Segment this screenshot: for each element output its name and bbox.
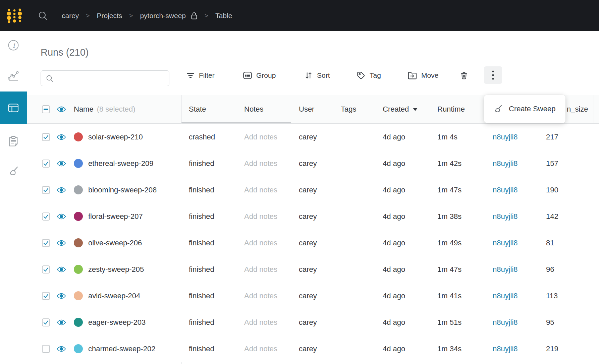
filter-button[interactable]: Filter (186, 67, 215, 84)
row-checkbox[interactable] (42, 239, 50, 247)
row-visibility-eye-icon[interactable] (57, 256, 66, 283)
sidebar-item-overview[interactable]: i (0, 37, 27, 54)
row-checkbox-cell (42, 256, 50, 283)
sidebar-item-sweeps[interactable] (0, 163, 27, 180)
row-visibility-eye-icon[interactable] (57, 230, 66, 256)
run-name[interactable]: floral-sweep-207 (88, 212, 143, 221)
run-color-dot (74, 318, 83, 327)
row-checkbox-cell (42, 309, 50, 336)
breadcrumb-user[interactable]: carey (62, 12, 79, 20)
run-name[interactable]: olive-sweep-206 (88, 239, 142, 247)
run-notes-placeholder[interactable]: Add notes (244, 124, 277, 150)
delete-button[interactable] (459, 67, 469, 84)
created-header-label: Created (383, 105, 409, 114)
move-button[interactable]: Move (407, 67, 438, 84)
run-name[interactable]: ethereal-sweep-209 (88, 159, 153, 168)
breadcrumb-projects[interactable]: Projects (97, 12, 122, 20)
search-icon[interactable] (38, 10, 48, 21)
run-size-value: 95 (546, 309, 554, 336)
column-header-runtime[interactable]: Runtime (437, 95, 465, 123)
group-button[interactable]: Group (243, 67, 276, 84)
run-name-cell[interactable]: solar-sweep-210 (74, 124, 143, 150)
run-sweep-link[interactable]: n8uyjli8 (493, 309, 518, 336)
breadcrumb-project-name[interactable]: pytorch-sweep (140, 12, 186, 20)
run-name[interactable]: zesty-sweep-205 (88, 265, 144, 274)
row-checkbox[interactable] (42, 265, 50, 274)
breadcrumb-page[interactable]: Table (215, 12, 232, 20)
row-visibility-eye-icon[interactable] (57, 336, 66, 362)
row-checkbox[interactable] (42, 345, 50, 353)
tag-label: Tag (370, 71, 381, 79)
run-state: finished (189, 283, 214, 309)
column-header-user[interactable]: User (299, 95, 314, 123)
column-header-notes[interactable]: Notes (244, 95, 263, 123)
column-header-tags[interactable]: Tags (341, 95, 356, 123)
toggle-all-visibility-eye-icon[interactable] (57, 95, 66, 123)
row-checkbox[interactable] (42, 133, 50, 141)
run-notes-placeholder[interactable]: Add notes (244, 256, 277, 283)
row-checkbox-cell (42, 283, 50, 309)
run-name-cell[interactable]: blooming-sweep-208 (74, 177, 157, 203)
column-header-name[interactable]: Name (8 selected) (74, 95, 135, 123)
run-name-cell[interactable]: avid-sweep-204 (74, 283, 140, 309)
run-sweep-link[interactable]: n8uyjli8 (493, 177, 518, 203)
row-checkbox[interactable] (42, 186, 50, 194)
row-visibility-eye-icon[interactable] (57, 283, 66, 309)
sidebar-item-table[interactable] (0, 92, 27, 124)
run-notes-placeholder[interactable]: Add notes (244, 150, 277, 177)
wandb-logo[interactable] (6, 7, 23, 24)
row-checkbox[interactable] (42, 292, 50, 300)
sidebar-item-charts[interactable] (0, 68, 27, 85)
run-state: finished (189, 256, 214, 283)
row-visibility-eye-icon[interactable] (57, 309, 66, 336)
run-sweep-link[interactable]: n8uyjli8 (493, 283, 518, 309)
more-actions-button[interactable] (484, 66, 502, 84)
run-name-cell[interactable]: zesty-sweep-205 (74, 256, 144, 283)
sort-button[interactable]: Sort (304, 67, 330, 84)
search-input[interactable] (57, 74, 164, 82)
runs-search-box[interactable] (41, 70, 169, 86)
row-visibility-eye-icon[interactable] (57, 203, 66, 230)
create-sweep-menu-item[interactable]: Create Sweep (484, 95, 565, 123)
run-notes-placeholder[interactable]: Add notes (244, 283, 277, 309)
run-name-cell[interactable]: olive-sweep-206 (74, 230, 142, 256)
run-sweep-link[interactable]: n8uyjli8 (493, 256, 518, 283)
row-checkbox[interactable] (42, 213, 50, 221)
run-created: 4d ago (383, 230, 405, 256)
row-visibility-eye-icon[interactable] (57, 150, 66, 177)
run-name[interactable]: eager-sweep-203 (88, 318, 146, 327)
row-visibility-eye-icon[interactable] (57, 124, 66, 150)
run-name-cell[interactable]: eager-sweep-203 (74, 309, 146, 336)
column-header-state[interactable]: State (189, 95, 206, 123)
column-header-created[interactable]: Created (383, 95, 418, 123)
run-name-cell[interactable]: charmed-sweep-202 (74, 336, 156, 362)
column-header-size[interactable]: n_size (567, 95, 588, 123)
row-visibility-eye-icon[interactable] (57, 177, 66, 203)
run-name-cell[interactable]: floral-sweep-207 (74, 203, 143, 230)
run-sweep-link[interactable]: n8uyjli8 (493, 150, 518, 177)
move-label: Move (421, 71, 438, 79)
run-name[interactable]: blooming-sweep-208 (88, 186, 157, 194)
run-sweep-link[interactable]: n8uyjli8 (493, 336, 518, 362)
clipboard-icon (8, 135, 19, 147)
run-notes-placeholder[interactable]: Add notes (244, 309, 277, 336)
run-notes-placeholder[interactable]: Add notes (244, 230, 277, 256)
run-name[interactable]: charmed-sweep-202 (88, 345, 156, 353)
run-name[interactable]: solar-sweep-210 (88, 133, 143, 141)
sidebar-item-jobs[interactable] (0, 133, 27, 150)
run-notes-placeholder[interactable]: Add notes (244, 203, 277, 230)
run-sweep-link[interactable]: n8uyjli8 (493, 124, 518, 150)
run-notes-placeholder[interactable]: Add notes (244, 177, 277, 203)
select-all-checkbox[interactable] (42, 95, 50, 123)
run-name-cell[interactable]: ethereal-sweep-209 (74, 150, 153, 177)
row-checkbox[interactable] (42, 318, 50, 326)
run-name[interactable]: avid-sweep-204 (88, 292, 140, 300)
table-row: eager-sweep-203 finished Add notes carey… (27, 309, 599, 336)
run-notes-placeholder[interactable]: Add notes (244, 336, 277, 362)
row-checkbox[interactable] (42, 160, 50, 168)
group-label: Group (256, 71, 276, 79)
run-sweep-link[interactable]: n8uyjli8 (493, 230, 518, 256)
breadcrumb-separator: > (86, 12, 90, 19)
run-sweep-link[interactable]: n8uyjli8 (493, 203, 518, 230)
tag-button[interactable]: Tag (357, 67, 381, 84)
